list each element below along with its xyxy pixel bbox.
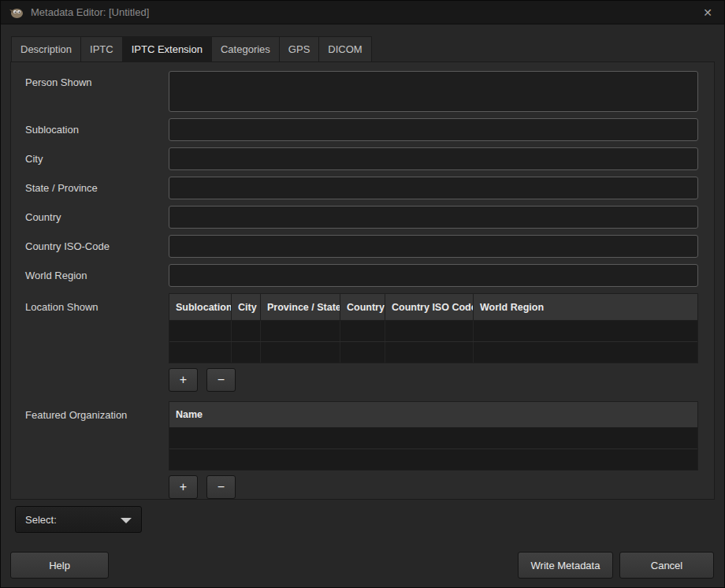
- remove-location-button[interactable]: −: [206, 368, 236, 392]
- tab-gps[interactable]: GPS: [279, 36, 318, 62]
- location-shown-label: Location Shown: [25, 293, 169, 363]
- column-header-province-state[interactable]: Province / State: [261, 294, 340, 320]
- location-shown-row: Location Shown Sublocation City Province…: [25, 293, 698, 363]
- iptc-extension-panel: Person Shown Sublocation City State / Pr…: [10, 61, 715, 500]
- cell-name[interactable]: [169, 428, 697, 448]
- cell-sublocation[interactable]: [169, 321, 232, 341]
- featured-organization-table-body: [169, 428, 698, 471]
- column-header-country[interactable]: Country: [340, 294, 385, 320]
- select-dropdown[interactable]: Select:: [15, 506, 142, 533]
- city-row: City: [25, 147, 698, 170]
- tab-strip: Description IPTC IPTC Extension Categori…: [11, 36, 372, 62]
- country-row: Country: [25, 206, 698, 229]
- cell-country[interactable]: [340, 342, 385, 363]
- city-label: City: [25, 147, 169, 170]
- cell-city[interactable]: [232, 342, 261, 363]
- cell-province-state[interactable]: [261, 342, 340, 363]
- country-label: Country: [25, 206, 169, 229]
- tab-iptc[interactable]: IPTC: [80, 36, 122, 62]
- state-province-row: State / Province: [25, 177, 698, 199]
- cell-world-region[interactable]: [474, 321, 697, 341]
- sublocation-row: Sublocation: [25, 118, 698, 141]
- location-shown-buttons: + −: [169, 368, 698, 392]
- country-iso-code-input[interactable]: [169, 235, 698, 258]
- person-shown-row: Person Shown: [25, 71, 698, 112]
- country-iso-code-row: Country ISO-Code: [25, 235, 698, 258]
- person-shown-input[interactable]: [169, 71, 698, 112]
- tab-categories[interactable]: Categories: [211, 36, 279, 62]
- add-location-button[interactable]: +: [169, 368, 198, 392]
- column-header-city[interactable]: City: [232, 294, 261, 320]
- remove-organization-button[interactable]: −: [206, 475, 236, 499]
- cancel-button[interactable]: Cancel: [619, 552, 714, 579]
- close-icon[interactable]: ✕: [699, 1, 716, 24]
- column-header-name[interactable]: Name: [169, 402, 697, 427]
- world-region-input[interactable]: [169, 264, 698, 287]
- cell-name[interactable]: [169, 449, 697, 470]
- city-input[interactable]: [169, 147, 698, 170]
- add-organization-button[interactable]: +: [169, 475, 198, 499]
- tab-iptc-extension[interactable]: IPTC Extension: [122, 36, 211, 62]
- country-iso-code-label: Country ISO-Code: [25, 235, 169, 258]
- cell-country[interactable]: [340, 321, 385, 341]
- titlebar: Metadata Editor: [Untitled] ✕: [1, 1, 724, 24]
- gimp-wilber-icon: [9, 6, 24, 19]
- location-shown-table: Sublocation City Province / State Countr…: [169, 293, 698, 363]
- column-header-sublocation[interactable]: Sublocation: [169, 294, 232, 320]
- tab-description[interactable]: Description: [11, 36, 80, 62]
- table-row[interactable]: [169, 428, 697, 449]
- location-shown-table-body: [169, 321, 698, 363]
- cell-sublocation[interactable]: [169, 342, 232, 363]
- column-header-country-iso-code[interactable]: Country ISO Code: [385, 294, 474, 320]
- window-title: Metadata Editor: [Untitled]: [31, 6, 149, 18]
- sublocation-input[interactable]: [169, 118, 698, 141]
- help-button[interactable]: Help: [10, 552, 109, 579]
- tab-dicom[interactable]: DICOM: [318, 36, 371, 62]
- cell-world-region[interactable]: [474, 342, 697, 363]
- location-shown-table-header: Sublocation City Province / State Countr…: [169, 293, 698, 321]
- country-input[interactable]: [169, 206, 698, 229]
- table-row[interactable]: [169, 321, 697, 342]
- cell-country-iso-code[interactable]: [385, 342, 474, 363]
- select-dropdown-label: Select:: [25, 514, 57, 526]
- featured-organization-table-header: Name: [169, 401, 698, 428]
- cell-city[interactable]: [232, 321, 261, 341]
- featured-organization-label: Featured Organization: [25, 401, 169, 471]
- featured-organization-row: Featured Organization Name: [25, 401, 698, 471]
- cell-province-state[interactable]: [261, 321, 340, 341]
- state-province-input[interactable]: [169, 177, 698, 199]
- metadata-editor-window: Metadata Editor: [Untitled] ✕ Descriptio…: [0, 0, 725, 588]
- cell-country-iso-code[interactable]: [385, 321, 474, 341]
- state-province-label: State / Province: [25, 177, 169, 199]
- featured-organization-buttons: + −: [169, 475, 698, 499]
- person-shown-label: Person Shown: [25, 71, 169, 112]
- world-region-row: World Region: [25, 264, 698, 287]
- sublocation-label: Sublocation: [25, 118, 169, 141]
- world-region-label: World Region: [25, 264, 169, 287]
- table-row[interactable]: [169, 342, 697, 363]
- chevron-down-icon: [121, 518, 132, 523]
- table-row[interactable]: [169, 449, 697, 470]
- column-header-world-region[interactable]: World Region: [474, 294, 697, 320]
- write-metadata-button[interactable]: Write Metadata: [518, 552, 613, 579]
- featured-organization-table: Name: [169, 401, 698, 471]
